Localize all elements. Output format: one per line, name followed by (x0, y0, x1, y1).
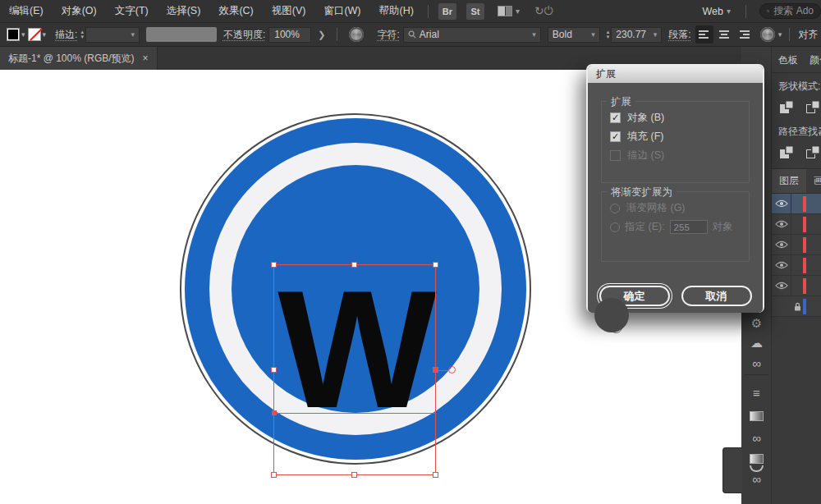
selection-handle[interactable] (433, 262, 438, 268)
search-icon (767, 7, 769, 16)
menu-effect[interactable]: 效果(C) (209, 0, 262, 22)
tab-swatches[interactable]: 色板 (778, 53, 798, 67)
chevron-down-icon[interactable]: ▾ (778, 30, 782, 39)
selection-handle[interactable] (271, 472, 277, 478)
illustrator-window: 编辑(E) 对象(O) 文字(T) 选择(S) 效果(C) 视图(V) 窗口(W… (0, 0, 821, 504)
close-icon[interactable]: × (143, 53, 149, 64)
workspace-switcher[interactable]: Web ▾ (695, 6, 741, 17)
font-size-combo[interactable]: 230.77 ▾ (611, 27, 662, 43)
layer-row[interactable] (772, 276, 821, 296)
align-center-button[interactable] (715, 25, 733, 44)
align-left-button[interactable] (695, 25, 713, 44)
control-bar: ▾ ▾ 描边: ▴▾ ▾ 不透明度: 100% ❯ 字符: Arial ▾ Bo… (0, 22, 821, 47)
layer-row[interactable] (772, 214, 821, 235)
fill-color-swatch[interactable] (7, 28, 20, 41)
stroke-weight-stepper[interactable]: ▴▾ (80, 30, 84, 39)
opacity-panel-arrow-icon[interactable]: ❯ (318, 30, 325, 40)
menu-select[interactable]: 选择(S) (158, 0, 210, 22)
checkbox-checked-icon[interactable]: ✓ (610, 112, 621, 123)
visibility-eye-icon[interactable] (772, 194, 791, 213)
tab-layers[interactable]: 图层 (772, 169, 806, 193)
chevron-down-icon[interactable]: ▾ (21, 30, 25, 39)
selection-handle[interactable] (271, 367, 277, 373)
visibility-eye-icon[interactable] (772, 214, 791, 234)
font-family-value: Arial (420, 29, 439, 40)
stroke-color-swatch[interactable] (28, 28, 41, 41)
menu-lines-icon[interactable]: ≡ (741, 386, 772, 400)
align-right-button[interactable] (735, 25, 753, 44)
cancel-button[interactable]: 取消 (681, 286, 752, 306)
font-style-combo[interactable]: Bold ▾ (548, 27, 600, 43)
lock-icon[interactable] (793, 301, 802, 312)
empty-visibility-cell[interactable] (772, 296, 791, 316)
menu-view[interactable]: 视图(V) (263, 0, 315, 22)
search-input[interactable]: 搜索 Ado (759, 3, 821, 19)
pathfinder-icons (772, 142, 821, 163)
stock-button[interactable]: St (466, 3, 484, 20)
layer-row-locked[interactable] (772, 296, 821, 317)
selection-handle[interactable] (433, 472, 438, 478)
gradient-panel-icon[interactable] (750, 411, 764, 421)
font-family-combo[interactable]: Arial ▾ (403, 27, 541, 43)
menu-type[interactable]: 文字(T) (106, 0, 158, 22)
width-profile-dropdown[interactable] (146, 27, 217, 42)
align-panel-label[interactable]: 对齐 (798, 28, 818, 42)
visibility-eye-icon[interactable] (772, 255, 791, 275)
swatches-panel-tabs: 色板 颜色 (772, 47, 821, 73)
gear-icon[interactable]: ⚙ (741, 316, 772, 331)
link-icon[interactable]: ∞ (741, 472, 772, 486)
link-icon[interactable]: ∞ (741, 356, 772, 370)
trim-icon[interactable] (806, 145, 821, 158)
menu-object[interactable]: 对象(O) (53, 0, 106, 22)
layer-color-bar (803, 217, 806, 232)
visibility-eye-icon[interactable] (772, 276, 791, 296)
selection-handle[interactable] (351, 472, 357, 478)
option-object[interactable]: ✓ 对象 (B) (610, 108, 741, 127)
unite-icon[interactable] (780, 100, 795, 113)
bridge-button[interactable]: Br (438, 3, 456, 20)
opacity-value-field[interactable]: 100% (268, 27, 311, 43)
creative-cloud-icon[interactable]: ☁ (741, 336, 772, 351)
stroke-weight-combo[interactable]: ▾ (85, 27, 140, 43)
menu-window[interactable]: 窗口(W) (314, 0, 369, 22)
visibility-eye-icon[interactable] (772, 235, 791, 254)
layer-row[interactable] (772, 194, 821, 214)
color-wheel-icon[interactable] (760, 27, 775, 42)
minus-front-icon[interactable] (806, 100, 821, 113)
chevron-down-icon: ▾ (131, 30, 135, 39)
radio-icon (610, 204, 620, 213)
selection-handle[interactable] (351, 262, 357, 268)
layer-row[interactable] (772, 255, 821, 276)
layer-row[interactable] (772, 235, 821, 255)
chevron-down-icon[interactable]: ▾ (43, 30, 47, 39)
recolor-artwork-icon[interactable] (349, 27, 364, 42)
chevron-down-icon: ▾ (591, 30, 595, 39)
collapsed-panel-tab[interactable] (722, 447, 742, 493)
text-out-port[interactable] (448, 366, 456, 373)
search-icon (408, 30, 416, 39)
workspace-layout-icon[interactable] (498, 6, 512, 16)
document-tab[interactable]: 标题-1* @ 100% (RGB/预览) × (0, 47, 158, 70)
menu-edit[interactable]: 编辑(E) (0, 0, 53, 22)
selection-handle[interactable] (271, 262, 277, 268)
checkbox-checked-icon[interactable]: ✓ (610, 131, 621, 142)
chevron-down-icon: ▾ (654, 30, 658, 39)
divide-icon[interactable] (780, 145, 795, 158)
selection-bounding-box[interactable] (273, 264, 436, 475)
font-size-stepper[interactable]: ▴▾ (607, 30, 610, 39)
tab-artboards[interactable]: 画板 (806, 169, 821, 193)
option-fill[interactable]: ✓ 填充 (F) (610, 127, 741, 146)
menu-help[interactable]: 帮助(H) (370, 0, 423, 22)
opacity-label[interactable]: 不透明度: (223, 28, 265, 42)
expand-options-group: 扩展 ✓ 对象 (B) ✓ 填充 (F) 描边 (S) (601, 101, 750, 183)
baseline-anchor-point[interactable] (272, 410, 277, 415)
stroke-label[interactable]: 描边: (55, 28, 77, 42)
dialog-title-bar[interactable]: 扩展 (588, 66, 763, 83)
chevron-down-icon[interactable]: ▾ (516, 7, 520, 16)
swatch-panel-icon[interactable] (750, 454, 764, 464)
character-label[interactable]: 字符: (377, 28, 399, 42)
paragraph-label[interactable]: 段落: (668, 28, 690, 42)
option-fill-label: 填充 (F) (627, 130, 663, 144)
tab-color[interactable]: 颜色 (810, 53, 821, 67)
link-icon[interactable]: ∞ (741, 431, 772, 445)
